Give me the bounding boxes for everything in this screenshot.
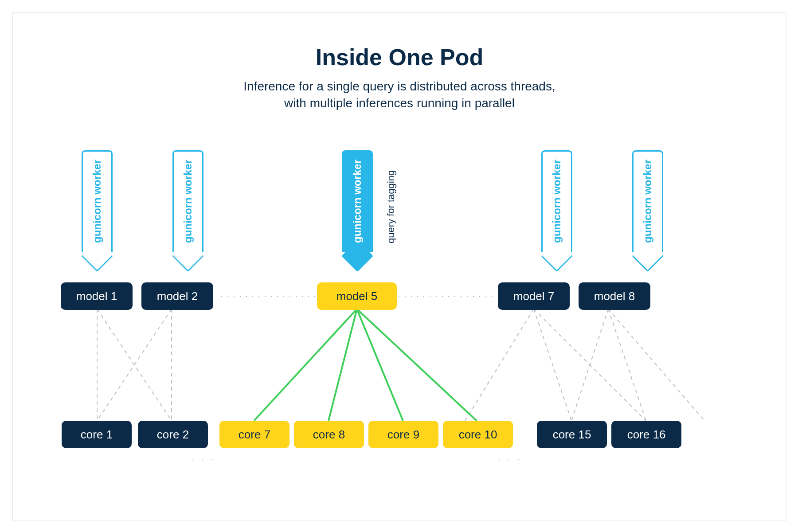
- core-16-box: core 16: [611, 421, 681, 448]
- model-8-box: model 8: [579, 282, 650, 310]
- diagram-title: Inside One Pod: [13, 44, 786, 70]
- svg-line-1: [97, 309, 172, 421]
- cores-ellipsis-left: . . .: [192, 453, 216, 462]
- model-7-box: model 7: [498, 282, 570, 310]
- core-15-box: core 15: [537, 421, 607, 448]
- svg-line-10: [465, 309, 534, 421]
- core-7-box: core 7: [219, 421, 289, 448]
- worker-label: gunicorn worker: [91, 160, 103, 243]
- svg-line-15: [357, 309, 477, 421]
- svg-line-9: [608, 309, 646, 421]
- model-1-box: model 1: [61, 282, 133, 310]
- worker-label: gunicorn worker: [551, 160, 563, 243]
- core-10-box: core 10: [443, 421, 513, 448]
- svg-line-13: [329, 309, 357, 421]
- gunicorn-worker-1: gunicorn worker: [82, 150, 113, 252]
- svg-line-12: [254, 309, 357, 421]
- gunicorn-worker-5-active: gunicorn worker: [342, 150, 373, 252]
- core-9-box: core 9: [368, 421, 438, 448]
- model-5-box-active: model 5: [317, 282, 397, 310]
- diagram-subtitle-line2: with multiple inferences running in para…: [13, 96, 786, 110]
- svg-line-11: [608, 309, 704, 421]
- worker-label: gunicorn worker: [182, 160, 194, 243]
- svg-line-8: [571, 309, 608, 421]
- model-2-box: model 2: [141, 282, 213, 310]
- svg-line-7: [534, 309, 646, 421]
- core-2-box: core 2: [138, 421, 208, 448]
- svg-line-14: [357, 309, 403, 421]
- diagram-canvas: Inside One Pod Inference for a single qu…: [12, 12, 786, 520]
- svg-line-6: [534, 309, 571, 421]
- core-8-box: core 8: [294, 421, 364, 448]
- gunicorn-worker-8: gunicorn worker: [632, 150, 663, 252]
- cores-ellipsis-right: . . .: [498, 453, 522, 462]
- query-for-tagging-label: query for tagging: [385, 170, 397, 243]
- core-1-box: core 1: [62, 421, 132, 448]
- diagram-subtitle-line1: Inference for a single query is distribu…: [13, 79, 786, 94]
- gunicorn-worker-2: gunicorn worker: [172, 150, 203, 252]
- worker-label: gunicorn worker: [642, 160, 654, 243]
- svg-line-2: [97, 309, 172, 421]
- worker-label: gunicorn worker: [351, 160, 364, 243]
- gunicorn-worker-7: gunicorn worker: [541, 150, 572, 252]
